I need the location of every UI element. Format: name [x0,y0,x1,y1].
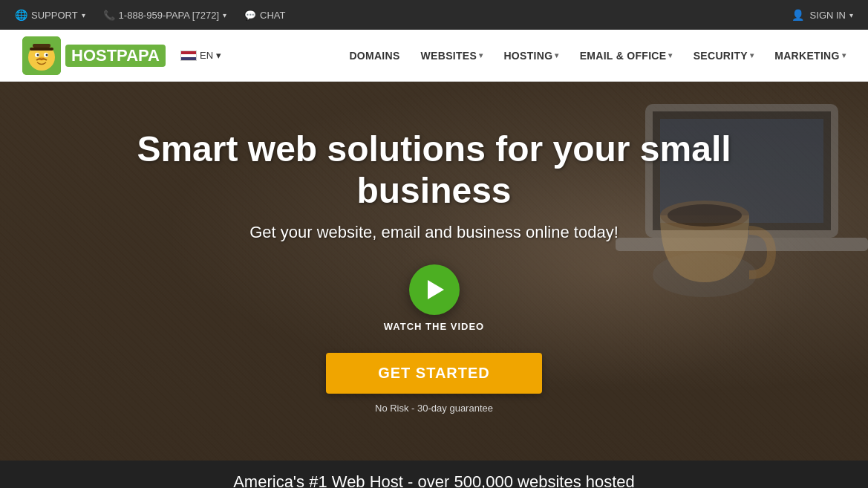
svg-rect-7 [33,44,50,48]
security-chevron: ▾ [750,51,754,59]
svg-point-5 [46,53,48,56]
top-bar-right: SIGN IN ▾ [792,9,853,21]
watch-video-label: WATCH THE VIDEO [384,321,484,332]
hero-content: Smart web solutions for your small busin… [100,128,769,413]
nav-item-websites[interactable]: WEBSITES ▾ [421,50,483,62]
support-link[interactable]: SUPPORT ▾ [15,9,85,21]
phone-chevron: ▾ [223,11,226,19]
nav-item-domains[interactable]: DOMAINS [349,50,399,62]
signin-link[interactable]: SIGN IN ▾ [810,10,853,21]
support-label: SUPPORT [31,10,78,21]
watch-video-button[interactable]: WATCH THE VIDEO [130,264,739,332]
nav-items: DOMAINS WEBSITES ▾ HOSTING ▾ EMAIL & OFF… [349,50,846,62]
get-started-button[interactable]: GET STARTED [326,353,542,394]
top-bar: SUPPORT ▾ 1-888-959-PAPA [7272] ▾ CHAT S… [0,0,868,30]
hero-title: Smart web solutions for your small busin… [130,128,739,210]
play-icon [428,280,444,299]
signin-label: SIGN IN [810,10,846,21]
play-button[interactable] [409,264,460,315]
lang-chevron: ▾ [216,50,221,61]
phone-icon [103,10,115,21]
nav-bar: HOSTPAPA EN ▾ DOMAINS WEBSITES ▾ HOSTING… [0,30,868,82]
chat-link[interactable]: CHAT [244,10,285,21]
hero-section: Smart web solutions for your small busin… [0,82,868,461]
no-risk-text: No Risk - 30-day guarantee [130,403,739,414]
marketing-chevron: ▾ [842,51,846,59]
logo-icon [22,36,61,75]
hosting-chevron: ▾ [555,51,558,59]
email-chevron: ▾ [668,51,672,59]
signin-chevron: ▾ [849,11,853,19]
chat-label: CHAT [260,10,285,21]
logo[interactable]: HOSTPAPA [22,36,166,75]
bottom-banner-text: America's #1 Web Host - over 500,000 web… [233,472,635,488]
lang-label: EN [200,50,213,61]
nav-item-hosting[interactable]: HOSTING ▾ [503,50,558,62]
nav-left: HOSTPAPA EN ▾ [22,36,221,75]
phone-link[interactable]: 1-888-959-PAPA [7272] ▾ [103,10,226,21]
support-icon [15,9,27,21]
nav-item-marketing[interactable]: MARKETING ▾ [774,50,846,62]
support-chevron: ▾ [82,11,85,19]
logo-brand-text: HOSTPAPA [65,45,166,67]
top-bar-left: SUPPORT ▾ 1-888-959-PAPA [7272] ▾ CHAT [15,9,285,21]
nav-item-security[interactable]: SECURITY ▾ [694,50,754,62]
user-icon [792,9,804,21]
phone-label: 1-888-959-PAPA [7272] [119,10,219,21]
svg-rect-8 [30,48,53,51]
bottom-banner: America's #1 Web Host - over 500,000 web… [0,461,868,488]
svg-point-4 [37,53,39,56]
language-selector[interactable]: EN ▾ [180,50,221,61]
nav-item-email-office[interactable]: EMAIL & OFFICE ▾ [580,50,673,62]
flag-icon [180,51,197,61]
hero-subtitle: Get your website, email and business onl… [130,223,739,242]
chat-icon [244,10,256,21]
websites-chevron: ▾ [479,51,483,59]
